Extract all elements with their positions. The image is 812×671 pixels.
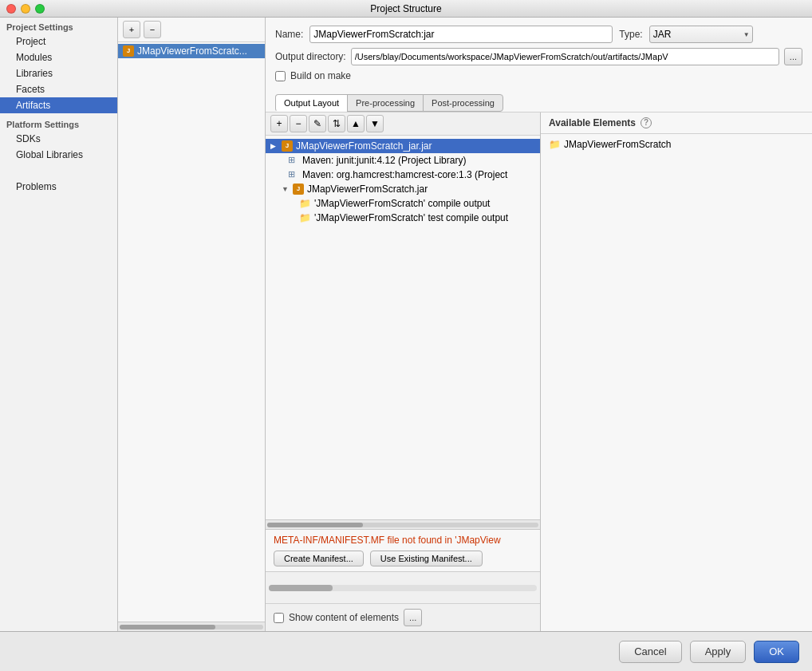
jar-icon: J — [293, 184, 304, 195]
sidebar-item-facets[interactable]: Facets — [0, 81, 117, 97]
ok-button[interactable]: OK — [754, 641, 799, 663]
close-button[interactable] — [6, 4, 16, 14]
show-content-row: Show content of elements ... — [266, 603, 540, 631]
tree-sort-button[interactable]: ⇅ — [328, 115, 345, 132]
type-label: Type: — [619, 29, 642, 40]
warning-scroll-track — [269, 585, 537, 591]
artifact-list-panel: + − J JMapViewerFromScratc... — [118, 18, 266, 631]
project-settings-header: Project Settings — [0, 18, 117, 34]
tree-item-label: JMapViewerFromScratch.jar — [307, 184, 428, 195]
name-label: Name: — [275, 29, 303, 40]
sidebar-item-sdks[interactable]: SDKs — [0, 131, 117, 147]
expand-arrow: ▼ — [282, 185, 290, 193]
artifact-list-scrollbar[interactable] — [118, 622, 265, 631]
tab-pre-processing[interactable]: Pre-processing — [347, 94, 424, 112]
scroll-thumb — [120, 625, 215, 630]
build-on-make-row: Build on make — [275, 70, 802, 88]
build-on-make-checkbox[interactable] — [275, 71, 286, 81]
warning-buttons: Create Manifest... Use Existing Manifest… — [274, 551, 532, 566]
tree-edit-button[interactable]: ✎ — [309, 115, 326, 132]
available-elements-content: 📁 JMapViewerFromScratch — [541, 134, 812, 631]
sidebar-item-artifacts[interactable]: Artifacts — [0, 97, 117, 113]
maximize-button[interactable] — [35, 4, 45, 14]
tree-item-maven-hamcrest[interactable]: ⊞ Maven: org.hamcrest:hamcrest-core:1.3 … — [266, 168, 540, 182]
scroll-track — [267, 523, 538, 527]
warning-text: META-INF/MANIFEST.MF file not found in '… — [274, 535, 532, 546]
tree-add-button[interactable]: + — [270, 115, 288, 132]
apply-button[interactable]: Apply — [690, 641, 747, 663]
jar-icon: J — [123, 45, 134, 57]
expand-arrow: ▶ — [270, 142, 278, 150]
sidebar-item-libraries[interactable]: Libraries — [0, 65, 117, 81]
show-content-more-button[interactable]: ... — [404, 609, 422, 626]
tab-post-processing[interactable]: Post-processing — [423, 94, 503, 112]
output-dir-input[interactable] — [351, 48, 779, 65]
platform-settings-header: Platform Settings — [0, 113, 117, 131]
tree-item-jmapviewer-jar[interactable]: ▼ J JMapViewerFromScratch.jar — [266, 182, 540, 196]
tree-item-label: JMapViewerFromScratch_jar.jar — [296, 140, 432, 152]
folder-icon: 📁 — [299, 212, 311, 223]
cancel-button[interactable]: Cancel — [619, 641, 681, 663]
tree-item-maven-junit[interactable]: ⊞ Maven: junit:junit:4.12 (Project Libra… — [266, 153, 540, 168]
tree-down-button[interactable]: ▼ — [366, 115, 384, 132]
tree-remove-button[interactable]: − — [290, 115, 307, 132]
main-content: Name: Type: JAR Output directory: ... — [266, 18, 812, 631]
artifact-list-toolbar: + − — [118, 18, 265, 42]
lib-icon: ⊞ — [288, 169, 299, 180]
remove-icon: − — [295, 118, 301, 129]
folder-icon: 📁 — [549, 139, 561, 150]
available-item-label: JMapViewerFromScratch — [564, 139, 671, 150]
available-element-item[interactable]: 📁 JMapViewerFromScratch — [541, 137, 812, 152]
up-icon: ▲ — [351, 118, 361, 129]
split-panel: + − ✎ ⇅ ▲ — [266, 112, 812, 631]
title-bar: Project Structure — [0, 0, 812, 18]
window-title: Project Structure — [370, 3, 441, 14]
down-icon: ▼ — [370, 118, 380, 129]
bottom-bar: Cancel Apply OK — [0, 631, 812, 671]
window-controls[interactable] — [6, 4, 45, 14]
sidebar-item-problems[interactable]: Problems — [0, 179, 117, 195]
warning-scroll-area — [266, 571, 540, 603]
add-icon: + — [276, 118, 282, 129]
tree-item-label: 'JMapViewerFromScratch' compile output — [314, 198, 490, 209]
artifact-list-items: J JMapViewerFromScratc... — [118, 42, 265, 622]
folder-icon: 📁 — [299, 198, 311, 209]
jar-file-icon: J — [282, 140, 293, 152]
type-select-wrapper: JAR — [649, 26, 753, 43]
warning-scroll-thumb — [269, 585, 333, 591]
show-content-label: Show content of elements — [289, 612, 399, 623]
edit-icon: ✎ — [313, 118, 321, 129]
tab-output-layout[interactable]: Output Layout — [275, 94, 348, 112]
artifact-list-item[interactable]: J JMapViewerFromScratc... — [118, 44, 265, 58]
show-content-checkbox[interactable] — [274, 613, 284, 623]
sidebar-item-modules[interactable]: Modules — [0, 49, 117, 65]
minimize-button[interactable] — [21, 4, 30, 14]
type-select[interactable]: JAR — [649, 26, 753, 43]
sidebar: Project Settings Project Modules Librari… — [0, 18, 118, 631]
tree-item-root[interactable]: ▶ J JMapViewerFromScratch_jar.jar — [266, 139, 540, 153]
top-section: Name: Type: JAR Output directory: ... — [266, 18, 812, 112]
available-elements-panel: Available Elements ? 📁 JMapViewerFromScr… — [541, 112, 812, 631]
tree-item-label: 'JMapViewerFromScratch' test compile out… — [314, 212, 508, 223]
available-elements-header: Available Elements ? — [541, 112, 812, 134]
tree-item-label: Maven: org.hamcrest:hamcrest-core:1.3 (P… — [302, 169, 507, 180]
tree-h-scrollbar[interactable] — [266, 519, 540, 529]
tree-item-test-output[interactable]: 📁 'JMapViewerFromScratch' test compile o… — [266, 211, 540, 225]
sidebar-item-project[interactable]: Project — [0, 34, 117, 49]
add-artifact-button[interactable]: + — [123, 21, 140, 38]
build-on-make-label: Build on make — [290, 70, 351, 81]
help-icon[interactable]: ? — [641, 117, 652, 128]
remove-artifact-button[interactable]: − — [144, 21, 161, 38]
tree-content: ▶ J JMapViewerFromScratch_jar.jar ⊞ Mave… — [266, 136, 540, 519]
tree-item-label: Maven: junit:junit:4.12 (Project Library… — [302, 155, 466, 166]
tree-up-button[interactable]: ▲ — [347, 115, 365, 132]
name-input[interactable] — [309, 26, 613, 43]
browse-button[interactable]: ... — [784, 48, 802, 65]
create-manifest-button[interactable]: Create Manifest... — [274, 551, 364, 566]
output-dir-row: Output directory: ... — [275, 48, 802, 65]
tree-item-compile-output[interactable]: 📁 'JMapViewerFromScratch' compile output — [266, 196, 540, 211]
use-existing-manifest-button[interactable]: Use Existing Manifest... — [370, 551, 483, 566]
name-type-row: Name: Type: JAR — [275, 26, 802, 43]
sidebar-item-global-libraries[interactable]: Global Libraries — [0, 147, 117, 163]
tree-toolbar: + − ✎ ⇅ ▲ — [266, 112, 540, 136]
